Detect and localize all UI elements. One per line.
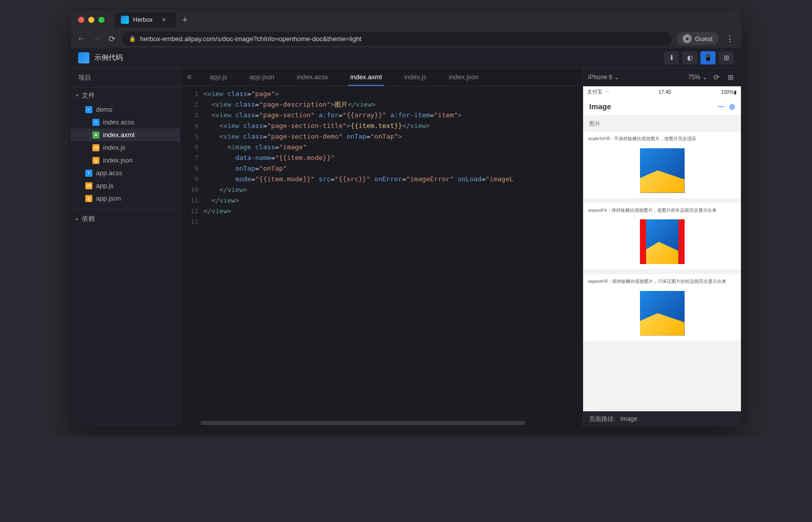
mode-label: aspectFill：保持纵横比缩放图片，只保证图片的短边能完全显示出来: [583, 274, 741, 289]
mode-label: scaleToFill：不保持纵横比缩放图片，使图片完全适应: [583, 132, 741, 146]
url-input[interactable]: 🔒 herbox-embed.alipay.com/s/doc-image?ch…: [122, 31, 671, 46]
status-battery: 100%▮: [721, 89, 737, 95]
axml-file-icon: A: [92, 132, 99, 139]
sample-image[interactable]: [640, 291, 685, 336]
close-window-button[interactable]: [78, 17, 84, 23]
file-app-acss[interactable]: ≡app.acss: [71, 167, 180, 179]
json-file-icon: {}: [85, 195, 92, 202]
minimize-window-button[interactable]: [88, 17, 94, 23]
maximize-window-button[interactable]: [98, 17, 105, 23]
download-button[interactable]: ⬇: [664, 51, 679, 64]
acss-file-icon: ≡: [92, 119, 99, 126]
profile-button[interactable]: ● Guest: [676, 32, 719, 45]
js-file-icon: JS: [92, 144, 99, 151]
editor-tab-app-js[interactable]: app.js: [198, 68, 239, 86]
footer-value: Image: [620, 415, 637, 422]
preview-panel: iPhone 6 ⌄ 75% ⌄ ⟳ ⊞ 支付宝 ⋯ 17:45 100%▮ I…: [583, 68, 741, 427]
mode-label: aspectFit：保持纵横比缩放图片，使图片的长边能完全显示出来: [583, 203, 741, 218]
profile-label: Guest: [695, 35, 713, 43]
sidebar-files-group[interactable]: 文件: [71, 88, 180, 103]
grid-button[interactable]: ⊞: [719, 51, 734, 64]
zoom-select[interactable]: 75% ⌄: [688, 74, 707, 81]
sidebar-project-label: 项目: [71, 68, 180, 88]
line-numbers: 12345678910111213: [180, 86, 204, 419]
phone-page-title: Image: [589, 102, 611, 111]
file-app-json[interactable]: {}app.json: [71, 192, 180, 205]
profile-icon: ●: [683, 34, 692, 43]
chevron-down-icon: ⌄: [702, 74, 707, 81]
file-index-json[interactable]: {}index.json: [71, 154, 180, 167]
file-app-js[interactable]: JSapp.js: [71, 179, 180, 192]
favicon-icon: [121, 16, 129, 24]
phone-status-bar: 支付宝 ⋯ 17:45 100%▮: [583, 86, 741, 97]
device-select[interactable]: iPhone 6 ⌄: [588, 74, 684, 81]
horizontal-scrollbar[interactable]: [180, 419, 583, 427]
more-icon[interactable]: ⋯: [718, 103, 724, 110]
image-mode-section: aspectFill：保持纵横比缩放图片，只保证图片的短边能完全显示出来: [583, 274, 741, 341]
app-header: 示例代码 ⬇ ◐ 📱 ⊞: [71, 48, 741, 68]
sidebar: 项目 文件 ▪demo ≡index.acss Aindex.axml JSin…: [71, 68, 180, 427]
back-icon[interactable]: ←: [76, 34, 86, 43]
menu-icon[interactable]: ⋮: [724, 34, 736, 44]
phone-preview[interactable]: 支付宝 ⋯ 17:45 100%▮ Image ⋯ ◎ 图片 scaleToFi…: [583, 86, 741, 411]
lock-icon: 🔒: [129, 36, 136, 42]
browser-titlebar: Herbox × +: [71, 10, 741, 29]
file-index-js[interactable]: JSindex.js: [71, 141, 180, 154]
app-title: 示例代码: [94, 53, 123, 62]
code-editor[interactable]: 12345678910111213 <view class="page"> <v…: [180, 86, 583, 419]
sidebar-deps-group[interactable]: 依赖: [71, 209, 180, 226]
image-mode-section: scaleToFill：不保持纵横比缩放图片，使图片完全适应: [583, 132, 741, 198]
theme-button[interactable]: ◐: [682, 51, 697, 64]
chevron-down-icon: ⌄: [614, 74, 619, 81]
forward-icon[interactable]: →: [91, 34, 101, 43]
status-time: 17:45: [659, 89, 671, 95]
file-index-axml[interactable]: Aindex.axml: [71, 128, 180, 141]
folder-demo[interactable]: ▪demo: [71, 103, 180, 116]
editor-tab-app-json[interactable]: app.json: [239, 68, 286, 86]
acss-file-icon: ≡: [85, 170, 92, 177]
file-index-acss[interactable]: ≡index.acss: [71, 116, 180, 128]
mobile-preview-button[interactable]: 📱: [700, 51, 716, 64]
target-icon[interactable]: ◎: [729, 103, 735, 110]
grid-icon[interactable]: ⊞: [726, 73, 736, 81]
status-carrier: 支付宝 ⋯: [587, 88, 609, 95]
editor-tabs: ≡ app.jsapp.jsonindex.acssindex.axmlinde…: [180, 68, 583, 86]
code-content[interactable]: <view class="page"> <view class="page-de…: [204, 86, 583, 419]
editor-tab-index-js[interactable]: index.js: [393, 68, 437, 86]
phone-navbar: Image ⋯ ◎: [583, 97, 741, 116]
editor-tab-index-json[interactable]: index.json: [438, 68, 490, 86]
image-mode-section: aspectFit：保持纵横比缩放图片，使图片的长边能完全显示出来: [583, 203, 741, 270]
preview-footer: 页面路径: Image: [583, 411, 741, 427]
phone-page-desc: 图片: [583, 116, 741, 132]
json-file-icon: {}: [92, 157, 99, 164]
js-file-icon: JS: [85, 182, 92, 189]
folder-icon: ▪: [85, 106, 92, 113]
close-tab-icon[interactable]: ×: [162, 16, 166, 24]
refresh-icon[interactable]: ⟳: [712, 73, 722, 81]
preview-toolbar: iPhone 6 ⌄ 75% ⌄ ⟳ ⊞: [583, 68, 741, 86]
editor-tab-index-axml[interactable]: index.axml: [339, 68, 393, 86]
url-text: herbox-embed.alipay.com/s/doc-image?chIn…: [140, 35, 361, 43]
browser-toolbar: ← → ⟳ 🔒 herbox-embed.alipay.com/s/doc-im…: [71, 29, 741, 48]
browser-tab-title: Herbox: [133, 16, 153, 23]
editor-tab-index-acss[interactable]: index.acss: [286, 68, 339, 86]
app-logo-icon: [78, 52, 89, 63]
reload-icon[interactable]: ⟳: [107, 34, 117, 44]
sample-image[interactable]: [640, 148, 685, 193]
browser-tab[interactable]: Herbox ×: [115, 12, 176, 27]
sample-image[interactable]: [640, 219, 685, 264]
hamburger-icon[interactable]: ≡: [180, 68, 198, 86]
new-tab-button[interactable]: +: [178, 15, 192, 25]
footer-label: 页面路径:: [589, 415, 615, 423]
